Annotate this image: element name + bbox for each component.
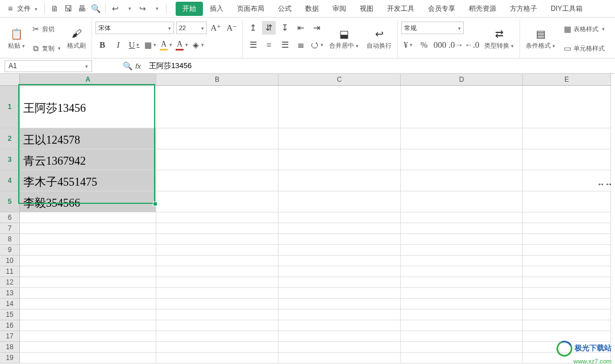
- row-header-3[interactable]: 3: [0, 149, 20, 170]
- cell-B15[interactable]: [156, 309, 279, 320]
- tab-developer[interactable]: 开发工具: [380, 2, 421, 16]
- col-header-B[interactable]: B: [156, 74, 279, 86]
- cell-D3[interactable]: [401, 149, 523, 170]
- number-format-select[interactable]: 常规: [401, 22, 464, 34]
- cell-A13[interactable]: [20, 288, 156, 299]
- cell-E10[interactable]: [523, 256, 611, 266]
- cell-A6[interactable]: [20, 212, 156, 223]
- align-center-button[interactable]: ≡: [262, 38, 276, 52]
- cell-A18[interactable]: [20, 342, 156, 353]
- align-left-button[interactable]: ☰: [246, 38, 260, 52]
- cell-C1[interactable]: [279, 86, 401, 128]
- tab-resource[interactable]: 稻壳资源: [462, 2, 503, 16]
- cell-E16[interactable]: [523, 320, 611, 331]
- cell-A17[interactable]: [20, 331, 156, 342]
- cell-D6[interactable]: [401, 212, 523, 223]
- cell-E5[interactable]: [523, 191, 611, 212]
- redo-dropdown[interactable]: [150, 2, 163, 15]
- cell-C12[interactable]: [279, 277, 401, 288]
- col-header-E[interactable]: E: [523, 74, 611, 86]
- tab-start[interactable]: 开始: [176, 2, 203, 16]
- cell-E14[interactable]: [523, 299, 611, 309]
- cell-A16[interactable]: [20, 320, 156, 331]
- row-header-8[interactable]: 8: [0, 234, 20, 245]
- cell-D8[interactable]: [401, 234, 523, 245]
- orientation-button[interactable]: ⭯: [310, 38, 323, 52]
- row-header-16[interactable]: 16: [0, 320, 20, 331]
- row-header-15[interactable]: 15: [0, 309, 20, 320]
- tab-view[interactable]: 视图: [353, 2, 380, 16]
- cell-C3[interactable]: [279, 149, 401, 170]
- cell-D2[interactable]: [401, 128, 523, 149]
- cell-E7[interactable]: [523, 223, 611, 234]
- cell-A11[interactable]: [20, 266, 156, 277]
- cell-C9[interactable]: [279, 245, 401, 256]
- cell-C2[interactable]: [279, 128, 401, 149]
- cell-E1[interactable]: [523, 86, 611, 128]
- cell-E17[interactable]: [523, 331, 611, 342]
- cell-C5[interactable]: [279, 191, 401, 212]
- cut-button[interactable]: ✂剪切: [30, 24, 63, 34]
- grow-font-button[interactable]: A⁺: [209, 21, 223, 35]
- cell-D13[interactable]: [401, 288, 523, 299]
- font-name-select[interactable]: 宋体: [95, 22, 174, 34]
- cell-D9[interactable]: [401, 245, 523, 256]
- cell-D4[interactable]: [401, 170, 523, 191]
- tab-review[interactable]: 审阅: [326, 2, 353, 16]
- save-button[interactable]: 🖫: [62, 2, 74, 15]
- zoom-icon[interactable]: 🔍: [123, 61, 132, 70]
- cell-C19[interactable]: [279, 353, 401, 363]
- cell-D7[interactable]: [401, 223, 523, 234]
- indent-dec-button[interactable]: ⇤: [294, 21, 308, 35]
- cell-A7[interactable]: [20, 223, 156, 234]
- bold-button[interactable]: B: [95, 38, 109, 52]
- cell-C10[interactable]: [279, 256, 401, 266]
- print-button[interactable]: 🖶: [76, 2, 88, 15]
- auto-wrap-button[interactable]: ↩ 自动换行: [364, 19, 394, 58]
- cell-B3[interactable]: [156, 149, 279, 170]
- row-header-19[interactable]: 19: [0, 353, 20, 363]
- cell-D1[interactable]: [401, 86, 523, 128]
- print-preview-button[interactable]: 🔍: [89, 2, 102, 15]
- undo-button[interactable]: ↩: [109, 2, 122, 15]
- cell-D12[interactable]: [401, 277, 523, 288]
- align-right-button[interactable]: ☰: [278, 38, 292, 52]
- spreadsheet-grid[interactable]: A B C D E 1王阿莎134562王以1245783青云13679424李…: [0, 74, 615, 364]
- effects-button[interactable]: ◈: [191, 38, 205, 52]
- cell-B16[interactable]: [156, 320, 279, 331]
- cell-D5[interactable]: [401, 191, 523, 212]
- cell-E18[interactable]: [523, 342, 611, 353]
- cell-A14[interactable]: [20, 299, 156, 309]
- cell-B19[interactable]: [156, 353, 279, 363]
- tab-insert[interactable]: 插入: [203, 2, 230, 16]
- cell-style-button[interactable]: ▭单元格样式: [561, 43, 606, 53]
- cell-D11[interactable]: [401, 266, 523, 277]
- cell-C6[interactable]: [279, 212, 401, 223]
- cell-D19[interactable]: [401, 353, 523, 363]
- cell-A12[interactable]: [20, 277, 156, 288]
- cell-E3[interactable]: [523, 149, 611, 170]
- col-header-D[interactable]: D: [401, 74, 523, 86]
- tab-member[interactable]: 会员专享: [421, 2, 462, 16]
- undo-dropdown[interactable]: [123, 2, 135, 15]
- cell-A9[interactable]: [20, 245, 156, 256]
- cell-B8[interactable]: [156, 234, 279, 245]
- cell-C16[interactable]: [279, 320, 401, 331]
- cell-E2[interactable]: [523, 128, 611, 149]
- cell-C8[interactable]: [279, 234, 401, 245]
- cell-E19[interactable]: [523, 353, 611, 363]
- cell-C17[interactable]: [279, 331, 401, 342]
- col-header-C[interactable]: C: [279, 74, 401, 86]
- italic-button[interactable]: I: [111, 38, 125, 52]
- row-header-10[interactable]: 10: [0, 256, 20, 266]
- tab-diy[interactable]: DIY工具箱: [544, 2, 589, 16]
- font-color-button[interactable]: A: [175, 38, 189, 52]
- cell-B7[interactable]: [156, 223, 279, 234]
- cell-E6[interactable]: [523, 212, 611, 223]
- cell-B13[interactable]: [156, 288, 279, 299]
- cell-A2[interactable]: 王以124578: [20, 128, 156, 149]
- tab-data[interactable]: 数据: [298, 2, 326, 16]
- cell-B12[interactable]: [156, 277, 279, 288]
- cell-D10[interactable]: [401, 256, 523, 266]
- row-header-7[interactable]: 7: [0, 223, 20, 234]
